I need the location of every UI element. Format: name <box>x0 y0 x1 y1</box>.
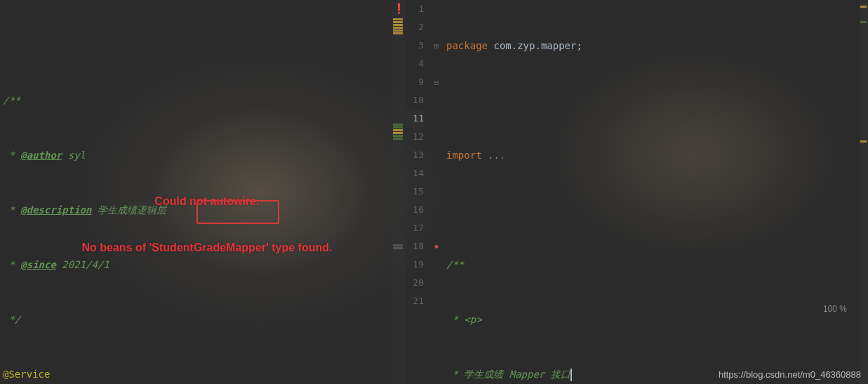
author-tag: @author <box>20 150 62 161</box>
change-marker-gutter <box>392 0 406 384</box>
line-num: 21 <box>406 292 424 310</box>
fold-gutter: ◆ <box>429 0 443 384</box>
error-icon: ❗ <box>393 3 405 14</box>
error-line-2: No beans of 'StudentGradeMapper' type fo… <box>35 240 379 256</box>
line-num: 14 <box>406 164 424 183</box>
line-num: 1 <box>406 0 424 18</box>
doc-desc: * 学生成绩 Mapper 接口 <box>446 369 570 380</box>
doc-p-open: * <p> <box>446 314 482 325</box>
import-kw: import <box>446 150 482 161</box>
line-num: 20 <box>406 274 424 292</box>
line-num: 19 <box>406 256 424 274</box>
doc-start: /** <box>446 259 464 270</box>
line-num: 12 <box>406 128 424 146</box>
watermark: https://blog.csdn.net/m0_46360888 <box>719 369 861 380</box>
overview-ruler[interactable] <box>860 0 868 384</box>
gutter-icon[interactable]: ◆ <box>429 237 443 256</box>
package-kw: package <box>446 40 488 51</box>
doc-end: */ <box>3 314 20 325</box>
line-num: 4 <box>406 55 424 73</box>
line-num: 11 <box>406 110 424 128</box>
error-line-1: Could not autowire. <box>35 194 379 209</box>
error-tooltip: Could not autowire. No beans of 'Student… <box>35 163 379 286</box>
service-annotation: @Service <box>3 369 50 380</box>
text-cursor <box>570 369 572 381</box>
split-editor: /** * @author syl * @description 学生成绩逻辑层… <box>0 0 868 384</box>
author-value: syl <box>62 150 86 161</box>
line-num: 17 <box>406 219 424 237</box>
line-num: 15 <box>406 183 424 201</box>
import-folded[interactable]: ... <box>488 150 505 161</box>
line-num: 9 <box>406 73 424 91</box>
fold-toggle-import[interactable] <box>429 37 443 55</box>
fold-toggle-doc[interactable] <box>429 73 443 91</box>
doc-start: /** <box>3 95 20 106</box>
line-num: 16 <box>406 201 424 219</box>
zoom-indicator[interactable]: 100 % <box>823 304 847 314</box>
right-code-area[interactable]: package com.zyp.mapper; import ... /** *… <box>443 0 868 384</box>
line-num: 2 <box>406 18 424 37</box>
line-num: 3 <box>406 37 424 55</box>
line-num: 13 <box>406 146 424 164</box>
line-num: 18 <box>406 237 424 256</box>
line-number-gutter: 1 2 3 4 9 10 11 12 13 14 15 16 17 18 19 … <box>406 0 429 384</box>
left-editor-pane[interactable]: /** * @author syl * @description 学生成绩逻辑层… <box>0 0 392 384</box>
right-editor-pane[interactable]: 1 2 3 4 9 10 11 12 13 14 15 16 17 18 19 … <box>406 0 868 384</box>
line-num: 10 <box>406 91 424 110</box>
package-name: com.zyp.mapper <box>493 40 576 51</box>
left-code-area[interactable]: /** * @author syl * @description 学生成绩逻辑层… <box>0 0 392 384</box>
